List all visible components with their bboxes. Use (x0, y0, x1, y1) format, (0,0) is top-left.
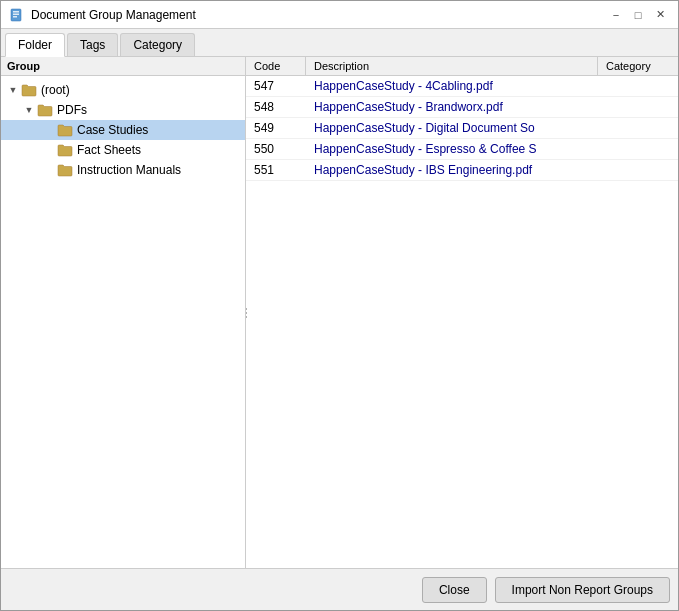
table-row[interactable]: 549 HappenCaseStudy - Digital Document S… (246, 118, 678, 139)
cell-code-1: 548 (246, 97, 306, 117)
tab-bar: Folder Tags Category (1, 29, 678, 57)
tree-toggle-fact-sheets (41, 142, 57, 158)
left-panel: Group ▼ (root) ▼ (1, 57, 246, 568)
window-controls: − □ ✕ (606, 5, 670, 25)
cell-desc-1: HappenCaseStudy - Brandworx.pdf (306, 97, 598, 117)
title-bar: Document Group Management − □ ✕ (1, 1, 678, 29)
tree-toggle-case-studies (41, 122, 57, 138)
cell-cat-3 (598, 139, 678, 159)
cell-cat-2 (598, 118, 678, 138)
tree-label-instruction-manuals: Instruction Manuals (77, 163, 181, 177)
minimize-button[interactable]: − (606, 5, 626, 25)
svg-rect-1 (13, 11, 19, 13)
import-button[interactable]: Import Non Report Groups (495, 577, 670, 603)
tree-area: ▼ (root) ▼ (1, 76, 245, 568)
tree-label-case-studies: Case Studies (77, 123, 148, 137)
maximize-button[interactable]: □ (628, 5, 648, 25)
tree-label-root: (root) (41, 83, 70, 97)
table-body: 547 HappenCaseStudy - 4Cabling.pdf 548 H… (246, 76, 678, 568)
folder-icon-fact-sheets (57, 142, 73, 158)
tree-label-fact-sheets: Fact Sheets (77, 143, 141, 157)
cell-code-4: 551 (246, 160, 306, 180)
tree-item-root[interactable]: ▼ (root) (1, 80, 245, 100)
svg-rect-2 (13, 13, 19, 15)
cell-desc-2: HappenCaseStudy - Digital Document So (306, 118, 598, 138)
tree-item-fact-sheets[interactable]: Fact Sheets (1, 140, 245, 160)
col-header-category[interactable]: Category (598, 57, 678, 75)
main-window: Document Group Management − □ ✕ Folder T… (0, 0, 679, 611)
tab-tags[interactable]: Tags (67, 33, 118, 56)
cell-code-3: 550 (246, 139, 306, 159)
svg-rect-3 (13, 16, 17, 18)
tab-folder[interactable]: Folder (5, 33, 65, 57)
window-title: Document Group Management (31, 8, 606, 22)
bottom-bar: Close Import Non Report Groups (1, 568, 678, 610)
tab-category[interactable]: Category (120, 33, 195, 56)
table-header: Code Description Category (246, 57, 678, 76)
cell-desc-4: HappenCaseStudy - IBS Engineering.pdf (306, 160, 598, 180)
table-row[interactable]: 548 HappenCaseStudy - Brandworx.pdf (246, 97, 678, 118)
folder-icon-instruction-manuals (57, 162, 73, 178)
tree-item-case-studies[interactable]: Case Studies (1, 120, 245, 140)
col-header-code[interactable]: Code (246, 57, 306, 75)
close-button[interactable]: Close (422, 577, 487, 603)
content-area: Group ▼ (root) ▼ (1, 57, 678, 610)
cell-cat-4 (598, 160, 678, 180)
table-row[interactable]: 550 HappenCaseStudy - Espresso & Coffee … (246, 139, 678, 160)
cell-desc-0: HappenCaseStudy - 4Cabling.pdf (306, 76, 598, 96)
tree-item-instruction-manuals[interactable]: Instruction Manuals (1, 160, 245, 180)
right-panel: Code Description Category 547 HappenCase… (246, 57, 678, 568)
tree-item-pdfs[interactable]: ▼ PDFs (1, 100, 245, 120)
tree-toggle-pdfs[interactable]: ▼ (21, 102, 37, 118)
folder-icon-pdfs (37, 102, 53, 118)
tree-toggle-root[interactable]: ▼ (5, 82, 21, 98)
table-row[interactable]: 547 HappenCaseStudy - 4Cabling.pdf (246, 76, 678, 97)
main-panel: Group ▼ (root) ▼ (1, 57, 678, 568)
resize-handle[interactable] (246, 298, 250, 328)
tree-toggle-instruction-manuals (41, 162, 57, 178)
group-header: Group (1, 57, 245, 76)
cell-cat-0 (598, 76, 678, 96)
close-window-button[interactable]: ✕ (650, 5, 670, 25)
folder-icon-case-studies (57, 122, 73, 138)
cell-code-2: 549 (246, 118, 306, 138)
cell-cat-1 (598, 97, 678, 117)
tree-label-pdfs: PDFs (57, 103, 87, 117)
cell-code-0: 547 (246, 76, 306, 96)
app-icon (9, 7, 25, 23)
table-row[interactable]: 551 HappenCaseStudy - IBS Engineering.pd… (246, 160, 678, 181)
cell-desc-3: HappenCaseStudy - Espresso & Coffee S (306, 139, 598, 159)
col-header-description[interactable]: Description (306, 57, 598, 75)
folder-icon-root (21, 82, 37, 98)
